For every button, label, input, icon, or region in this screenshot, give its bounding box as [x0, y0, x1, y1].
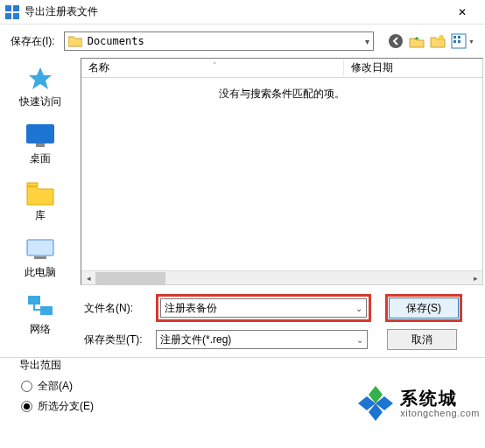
place-label: 桌面 — [30, 151, 51, 166]
new-folder-icon[interactable] — [430, 33, 446, 49]
horizontal-scrollbar[interactable]: ◂ ▸ — [81, 270, 482, 284]
svg-rect-1 — [13, 5, 19, 11]
svg-rect-15 — [27, 240, 53, 256]
svg-rect-12 — [26, 124, 54, 144]
cancel-button[interactable]: 取消 — [387, 329, 457, 350]
file-list[interactable]: 名称 ˄ 修改日期 没有与搜索条件匹配的项。 ◂ ▸ — [81, 58, 483, 285]
this-pc-icon — [25, 235, 56, 263]
svg-marker-11 — [29, 67, 52, 89]
svg-rect-13 — [36, 144, 45, 147]
back-icon[interactable] — [388, 33, 404, 49]
watermark-title: 系统城 — [400, 388, 480, 408]
radio-selected-label: 所选分支(E) — [38, 399, 94, 414]
separator — [0, 357, 485, 358]
group-title: 导出范围 — [16, 358, 65, 373]
svg-rect-2 — [5, 13, 11, 19]
title-bar: 导出注册表文件 ✕ — [0, 0, 485, 24]
column-name[interactable]: 名称 ˄ — [81, 60, 344, 75]
chevron-down-icon: ⌄ — [356, 335, 363, 345]
place-label: 快速访问 — [19, 94, 61, 109]
svg-point-4 — [389, 34, 403, 48]
scroll-left-icon[interactable]: ◂ — [81, 271, 95, 285]
filename-value: 注册表备份 — [165, 301, 217, 316]
filetype-label: 保存类型(T): — [84, 332, 147, 347]
places-bar: 快速访问 桌面 库 此电脑 网络 — [0, 58, 81, 285]
chevron-down-icon: ⌄ — [355, 304, 362, 313]
save-in-toolbar: 保存在(I): Documents ▾ ▼ — [0, 24, 485, 58]
svg-rect-10 — [458, 40, 460, 43]
quick-access-icon — [25, 65, 56, 93]
watermark: 系统城 xitongcheng.com — [356, 384, 480, 423]
radio-all-label: 全部(A) — [38, 379, 73, 394]
sort-indicator-icon: ˄ — [213, 61, 217, 70]
libraries-icon — [25, 178, 56, 206]
empty-message: 没有与搜索条件匹配的项。 — [81, 78, 482, 270]
svg-point-5 — [439, 35, 444, 40]
registry-icon — [5, 5, 19, 19]
place-label: 库 — [35, 208, 46, 223]
filetype-value: 注册文件(*.reg) — [160, 332, 231, 347]
place-this-pc[interactable]: 此电脑 — [0, 232, 81, 284]
svg-rect-3 — [13, 13, 19, 19]
svg-rect-17 — [28, 296, 40, 304]
watermark-url: xitongcheng.com — [400, 408, 480, 418]
close-icon: ✕ — [458, 6, 467, 18]
chevron-down-icon: ▾ — [365, 37, 369, 46]
scroll-right-icon[interactable]: ▸ — [468, 271, 482, 285]
save-button[interactable]: 保存(S) — [389, 298, 459, 318]
filename-highlight: 注册表备份 ⌄ — [156, 294, 371, 322]
folder-icon — [68, 35, 82, 47]
svg-rect-9 — [453, 40, 456, 43]
radio-icon — [21, 401, 32, 412]
scroll-thumb[interactable] — [95, 272, 165, 284]
svg-rect-16 — [34, 256, 46, 259]
save-in-label: 保存在(I): — [11, 34, 55, 49]
place-desktop[interactable]: 桌面 — [0, 118, 81, 170]
filename-input[interactable]: 注册表备份 ⌄ — [160, 298, 367, 318]
filename-label: 文件名(N): — [84, 301, 147, 316]
watermark-logo-icon — [356, 384, 395, 423]
svg-rect-7 — [453, 36, 456, 38]
up-one-level-icon[interactable] — [409, 33, 425, 49]
svg-rect-14 — [27, 183, 38, 186]
place-label: 此电脑 — [25, 265, 56, 280]
views-icon — [451, 33, 467, 49]
radio-icon — [21, 381, 32, 392]
place-network[interactable]: 网络 — [0, 289, 81, 340]
place-label: 网络 — [30, 322, 51, 337]
place-libraries[interactable]: 库 — [0, 175, 81, 227]
filetype-dropdown[interactable]: 注册文件(*.reg) ⌄ — [156, 330, 368, 349]
svg-rect-8 — [458, 36, 460, 38]
window-title: 导出注册表文件 — [25, 4, 445, 19]
place-quick-access[interactable]: 快速访问 — [0, 61, 81, 113]
export-scope-group: 导出范围 全部(A) 所选分支(E) 系统城 xitongcheng.com — [0, 360, 485, 424]
desktop-icon — [25, 122, 56, 150]
column-date[interactable]: 修改日期 — [344, 60, 482, 75]
save-in-value: Documents — [88, 35, 144, 47]
svg-rect-0 — [5, 5, 11, 11]
save-in-dropdown[interactable]: Documents ▾ — [64, 32, 374, 51]
list-header: 名称 ˄ 修改日期 — [81, 59, 482, 78]
close-button[interactable]: ✕ — [445, 0, 480, 24]
chevron-down-icon: ▼ — [468, 38, 474, 45]
views-button[interactable]: ▼ — [451, 33, 474, 49]
save-highlight: 保存(S) — [385, 294, 462, 322]
network-icon — [25, 292, 56, 320]
